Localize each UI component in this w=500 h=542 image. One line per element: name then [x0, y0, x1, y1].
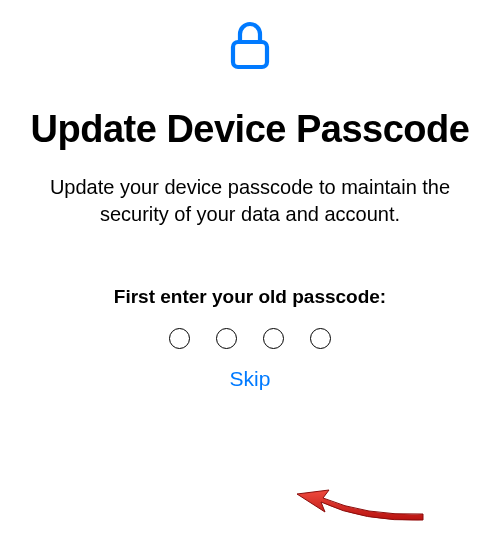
passcode-dot — [216, 328, 237, 349]
svg-rect-0 — [233, 42, 267, 67]
annotation-arrow-icon — [293, 480, 433, 534]
page-subtitle: Update your device passcode to maintain … — [0, 174, 500, 228]
passcode-dot — [169, 328, 190, 349]
passcode-dot — [310, 328, 331, 349]
passcode-dot — [263, 328, 284, 349]
passcode-input[interactable] — [169, 328, 331, 349]
passcode-prompt: First enter your old passcode: — [114, 286, 386, 308]
page-title: Update Device Passcode — [11, 108, 490, 152]
lock-icon — [229, 20, 271, 70]
skip-button[interactable]: Skip — [230, 367, 271, 391]
